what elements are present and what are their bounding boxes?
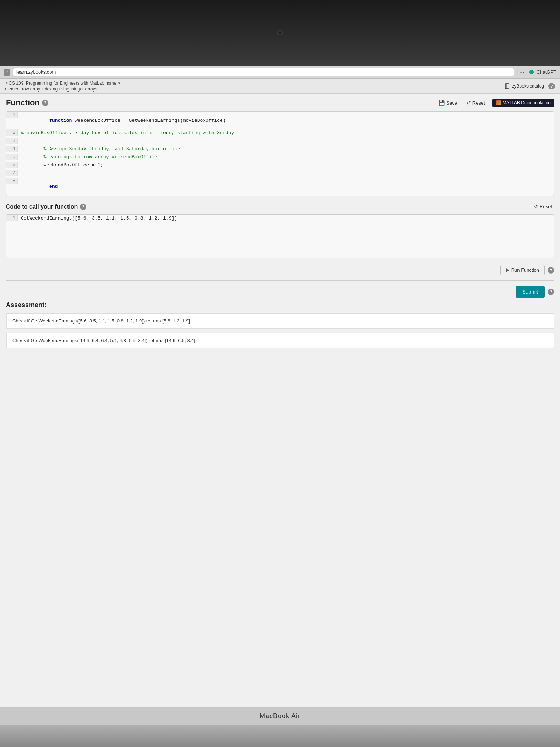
call-section-title-text: Code to call your function [6,204,78,210]
reset-label: Reset [472,100,485,106]
call-line-code-1: GetWeekendEarnings([5.6, 3.5, 1.1, 1.5, … [18,215,180,222]
check-text-2: Check if GetWeekendEarnings([14.6, 6.4, … [12,338,195,343]
call-section-title-area: Code to call your function ? [6,204,86,210]
line-num-5: 5 [6,154,18,160]
code-line-6: 6 weekendBoxOffice = 0; [6,162,554,170]
browser-chrome: z learn.zybooks.com ··· ChatGPT [0,66,560,79]
submit-help-button[interactable]: ? [548,289,554,295]
code-line-8: 8 end [6,178,554,196]
line-num-8: 8 [6,178,18,184]
zybooks-catalog-button[interactable]: zyBooks catalog [505,83,544,89]
section-title-text: Function [6,98,40,108]
call-reset-button[interactable]: ↺ Reset [532,202,554,211]
browser-favicon: z [4,69,10,76]
reset-button[interactable]: ↺ Reset [464,98,487,107]
save-icon: 💾 [439,100,445,106]
keyword-end: end [49,184,58,189]
line-code-6: weekendBoxOffice = 0; [18,162,106,169]
assessment-title: Assessment: [6,301,554,309]
nav-right: zyBooks catalog ? [505,83,555,89]
matlab-logo-icon [496,100,501,105]
bottom-bar: MacBook Air [0,707,560,725]
line-code-4: % Assign Sunday, Friday, and Saturday bo… [18,146,183,152]
line-num-4: 4 [6,146,18,152]
toolbar-right: 💾 Save ↺ Reset MATLAB Documentation [436,98,554,107]
code-line-2: 2 % movieBoxOffice : 7 day box office sa… [6,129,554,138]
line-code-3 [18,138,27,144]
call-reset-label: Reset [540,204,552,209]
line-num-7: 7 [6,170,18,176]
submit-button[interactable]: Submit [516,286,545,298]
call-code-editor[interactable]: 1 GetWeekendEarnings([5.6, 3.5, 1.1, 1.5… [6,214,554,258]
laptop-bottom-bezel [0,725,560,747]
line-code-5: % earnings to row array weekendBoxOffice [18,154,160,160]
breadcrumb-sub: element row array indexing using integer… [5,86,120,92]
assessment-section: Assessment: Check if GetWeekendEarnings(… [6,301,554,348]
main-content: Function ? 💾 Save ↺ Reset MATLAB Documen… [0,94,560,707]
section-header: Function ? 💾 Save ↺ Reset MATLAB Documen… [6,98,554,108]
call-line-num-1: 1 [6,215,18,221]
camera-dot [277,30,283,35]
reset-icon: ↺ [467,100,471,106]
call-section-help-button[interactable]: ? [80,204,86,210]
call-code-lines: 1 GetWeekendEarnings([5.6, 3.5, 1.1, 1.5… [6,215,554,223]
check-item-2: Check if GetWeekendEarnings([14.6, 6.4, … [6,333,554,348]
function-code-editor[interactable]: 1 function weekendBoxOffice = GetWeekend… [6,111,554,196]
matlab-docs-label: MATLAB Documentation [503,100,551,105]
check-text-1: Check if GetWeekendEarnings([5.6, 3.5, 1… [12,318,190,324]
section-help-button[interactable]: ? [42,100,48,106]
code-line-5: 5 % earnings to row array weekendBoxOffi… [6,154,554,162]
breadcrumb-path[interactable]: > CS 109: Programming for Engineers with… [5,81,120,86]
chatgpt-tab-label[interactable]: ChatGPT [537,69,556,75]
breadcrumb-bar: > CS 109: Programming for Engineers with… [0,79,560,94]
line-num-2: 2 [6,129,18,136]
run-triangle-icon [506,268,509,272]
run-help-button[interactable]: ? [548,267,554,274]
code-lines: 1 function weekendBoxOffice = GetWeekend… [6,112,554,196]
save-label: Save [446,100,457,106]
more-options-button[interactable]: ··· [517,69,526,76]
assessment-checks: Check if GetWeekendEarnings([5.6, 3.5, 1… [6,313,554,348]
matlab-docs-button[interactable]: MATLAB Documentation [492,99,554,107]
section-divider [6,280,554,281]
run-function-label: Run Function [511,267,539,273]
save-button[interactable]: 💾 Save [436,98,459,107]
line-code-2: % movieBoxOffice : 7 day box office sale… [18,129,237,136]
line-code-7 [18,170,27,177]
line-num-1: 1 [6,112,18,118]
run-function-button[interactable]: Run Function [500,265,545,275]
reset-icon-2: ↺ [534,204,538,209]
check-item-1: Check if GetWeekendEarnings([5.6, 3.5, 1… [6,313,554,329]
chatgpt-icon [529,70,534,74]
code-line-4: 4 % Assign Sunday, Friday, and Saturday … [6,146,554,154]
help-button-nav[interactable]: ? [548,83,555,89]
line-code-1: function weekendBoxOffice = GetWeekendEa… [18,112,229,129]
call-section-header: Code to call your function ? ↺ Reset [6,202,554,211]
submit-area: Submit ? [6,286,554,298]
laptop-label: MacBook Air [260,712,300,720]
section-title-area: Function ? [6,98,48,108]
line-code-8: end [18,178,61,196]
svg-rect-0 [505,84,509,89]
laptop-top-bezel [0,0,560,66]
line-num-3: 3 [6,138,18,144]
keyword-function: function [49,118,75,123]
code-line-1: 1 function weekendBoxOffice = GetWeekend… [6,112,554,129]
address-bar[interactable]: learn.zybooks.com [13,68,514,76]
book-icon [505,83,510,89]
zybooks-catalog-label: zyBooks catalog [512,84,544,89]
code-line-3: 3 [6,138,554,146]
run-function-area: Run Function ? [6,265,554,275]
call-code-line-1: 1 GetWeekendEarnings([5.6, 3.5, 1.1, 1.5… [6,215,554,223]
line-num-6: 6 [6,162,18,168]
code-line-7: 7 [6,170,554,178]
